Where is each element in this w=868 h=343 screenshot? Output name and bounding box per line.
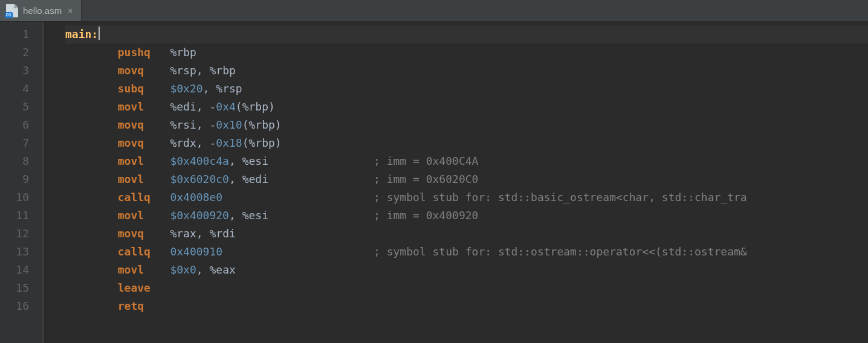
code-comment: ; imm = 0x6020C0 (374, 170, 478, 188)
code-token: %rax (170, 227, 196, 240)
code-instruction: movq (118, 227, 144, 240)
line-number: 13 (0, 243, 42, 261)
code-line[interactable]: callq 0x4008e0; symbol stub for: std::ba… (65, 188, 868, 207)
code-instruction: movl (118, 100, 144, 113)
code-token: %rbp (242, 100, 268, 113)
code-comment: ; symbol stub for: std::basic_ostream<ch… (374, 188, 747, 207)
code-comment: ; imm = 0x400920 (374, 207, 478, 225)
code-token: %esi (242, 209, 268, 222)
code-token: , (196, 263, 210, 276)
line-number: 14 (0, 261, 42, 279)
code-token: %rbp (249, 136, 275, 149)
code-comment: ; imm = 0x400C4A (374, 152, 478, 170)
code-line-content: main: (65, 25, 374, 43)
code-token: %rbp (249, 118, 275, 131)
code-line[interactable]: pushq %rbp (65, 43, 868, 62)
code-line[interactable]: movl $0x6020c0, %edi; imm = 0x6020C0 (65, 170, 868, 188)
code-line[interactable]: retq (65, 297, 868, 315)
code-line[interactable]: movq %rsi, -0x10(%rbp) (65, 116, 868, 134)
line-number: 1 (0, 25, 42, 43)
code-token: %rbp (170, 46, 196, 59)
code-token: 0x4008e0 (170, 191, 222, 204)
code-line[interactable]: movl $0x0, %eax (65, 261, 868, 279)
editor[interactable]: 12345678910111213141516 main: pushq %rbp… (0, 22, 868, 343)
code-line-content: leave (65, 279, 374, 297)
code-comment: ; symbol stub for: std::ostream::operato… (374, 243, 747, 261)
code-token: ) (268, 100, 275, 113)
code-instruction: pushq (118, 46, 151, 59)
code-line-content: callq 0x4008e0 (65, 188, 374, 207)
line-number: 8 (0, 152, 42, 170)
code-token: %eax (209, 263, 235, 276)
code-instruction: movq (118, 64, 144, 77)
code-line-content: callq 0x400910 (65, 243, 374, 261)
code-label: main: (65, 28, 98, 40)
code-token: , (196, 227, 210, 240)
code-line[interactable]: movq %rdx, -0x18(%rbp) (65, 134, 868, 152)
code-line[interactable]: movl $0x400c4a, %esi; imm = 0x400C4A (65, 152, 868, 170)
code-instruction: movq (118, 136, 144, 149)
code-instruction: subq (118, 82, 144, 95)
code-instruction: retq (118, 300, 144, 312)
code-line[interactable]: movl %edi, -0x4(%rbp) (65, 98, 868, 116)
tab-bar: 01 hello.asm × (0, 0, 868, 22)
code-line-content: movl $0x6020c0, %edi (65, 170, 374, 188)
code-token: ( (236, 100, 242, 113)
code-line[interactable]: movq %rsp, %rbp (65, 62, 868, 80)
code-token: %esi (242, 155, 268, 167)
line-number: 4 (0, 80, 42, 98)
code-area[interactable]: main: pushq %rbp movq %rsp, %rbp subq $0… (42, 22, 868, 343)
code-token: , (229, 155, 242, 167)
code-token: %rbp (209, 64, 235, 77)
tab-hello-asm[interactable]: 01 hello.asm × (0, 0, 82, 21)
code-line-content: movq %rsp, %rbp (65, 62, 374, 80)
code-instruction: movq (118, 118, 144, 131)
code-instruction: leave (118, 281, 151, 294)
code-line-content: pushq %rbp (65, 43, 374, 62)
code-line-content: movq %rsi, -0x10(%rbp) (65, 116, 374, 134)
code-token: $0x0 (170, 263, 196, 276)
code-token: %rdx (170, 136, 196, 149)
line-number: 3 (0, 62, 42, 80)
code-token: $0x6020c0 (170, 173, 229, 185)
line-number: 5 (0, 98, 42, 116)
line-number-gutter: 12345678910111213141516 (0, 22, 42, 343)
code-token: ) (275, 136, 282, 149)
close-icon[interactable]: × (66, 5, 74, 17)
line-number: 16 (0, 297, 42, 315)
code-token: , (203, 82, 216, 95)
code-instruction: movl (118, 155, 144, 167)
line-number: 7 (0, 134, 42, 152)
code-line[interactable]: main: (65, 25, 868, 43)
code-token: , - (196, 136, 216, 149)
code-line[interactable]: callq 0x400910; symbol stub for: std::os… (65, 243, 868, 261)
code-line-content: subq $0x20, %rsp (65, 80, 374, 98)
code-line-content: movl $0x0, %eax (65, 261, 374, 279)
code-token: ( (242, 136, 249, 149)
code-token: $0x400c4a (170, 155, 229, 167)
code-token: ( (242, 118, 249, 131)
code-line[interactable]: leave (65, 279, 868, 297)
code-token: %edi (170, 100, 196, 113)
line-number: 15 (0, 279, 42, 297)
code-token: %rsi (170, 118, 196, 131)
code-line-content: movl $0x400920, %esi (65, 207, 374, 225)
code-token: %rdi (209, 227, 235, 240)
text-cursor (99, 27, 100, 40)
code-line[interactable]: movq %rax, %rdi (65, 225, 868, 243)
code-token: 0x18 (216, 136, 242, 149)
code-token: ) (275, 118, 282, 131)
code-line[interactable]: subq $0x20, %rsp (65, 80, 868, 98)
line-number: 10 (0, 188, 42, 207)
code-token: %edi (242, 173, 268, 185)
code-token: , - (196, 100, 216, 113)
line-number: 2 (0, 43, 42, 62)
code-token: 0x10 (216, 118, 242, 131)
code-instruction: callq (118, 191, 151, 204)
line-number: 11 (0, 207, 42, 225)
code-token: %rsp (216, 82, 242, 95)
code-line-content: movl $0x400c4a, %esi (65, 152, 374, 170)
line-number: 9 (0, 170, 42, 188)
code-line[interactable]: movl $0x400920, %esi; imm = 0x400920 (65, 207, 868, 225)
code-instruction: movl (118, 263, 144, 276)
